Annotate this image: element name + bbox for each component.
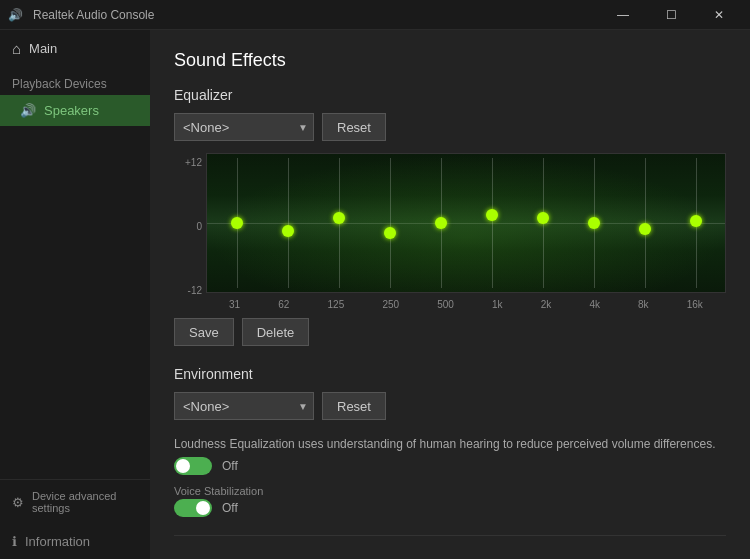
eq-slider-4[interactable] bbox=[415, 154, 466, 292]
voice-stabilization-knob bbox=[196, 501, 210, 515]
environment-section: Environment <None> ▼ Reset bbox=[174, 366, 726, 420]
sidebar: ⌂ Main Playback Devices 🔊 Speakers ⚙ Dev… bbox=[0, 30, 150, 559]
sound-effects-title: Sound Effects bbox=[174, 50, 726, 71]
eq-sliders-row bbox=[207, 154, 725, 292]
environment-preset-wrapper: <None> ▼ bbox=[174, 392, 314, 420]
loudness-toggle-row: Off bbox=[174, 457, 726, 475]
divider-1 bbox=[174, 535, 726, 536]
sidebar-item-speakers[interactable]: 🔊 Speakers bbox=[0, 95, 150, 126]
titlebar-title: Realtek Audio Console bbox=[29, 8, 600, 22]
environment-reset-button[interactable]: Reset bbox=[322, 392, 386, 420]
eq-slider-2[interactable] bbox=[313, 154, 364, 292]
eq-slider-8[interactable] bbox=[619, 154, 670, 292]
eq-slider-3[interactable] bbox=[364, 154, 415, 292]
eq-slider-9[interactable] bbox=[670, 154, 721, 292]
eq-slider-7[interactable] bbox=[568, 154, 619, 292]
equalizer-graph bbox=[206, 153, 726, 293]
maximize-button[interactable]: ☐ bbox=[648, 0, 694, 30]
eq-x-label-9: 16k bbox=[687, 299, 703, 310]
equalizer-delete-button[interactable]: Delete bbox=[242, 318, 310, 346]
minimize-button[interactable]: — bbox=[600, 0, 646, 30]
eq-thumb-7[interactable] bbox=[588, 217, 600, 229]
sidebar-main-label: Main bbox=[29, 41, 57, 56]
home-icon: ⌂ bbox=[12, 40, 21, 57]
eq-thumb-3[interactable] bbox=[384, 227, 396, 239]
loudness-description: Loudness Equalization uses understanding… bbox=[174, 436, 726, 453]
eq-thumb-4[interactable] bbox=[435, 217, 447, 229]
gear-icon: ⚙ bbox=[12, 495, 24, 510]
eq-thumb-8[interactable] bbox=[639, 223, 651, 235]
equalizer-save-button[interactable]: Save bbox=[174, 318, 234, 346]
equalizer-preset-select[interactable]: <None> bbox=[174, 113, 314, 141]
eq-x-label-6: 2k bbox=[541, 299, 552, 310]
eq-y-label-mid: 0 bbox=[174, 221, 202, 232]
eq-track-3 bbox=[390, 158, 391, 288]
eq-x-label-5: 1k bbox=[492, 299, 503, 310]
eq-x-label-1: 62 bbox=[278, 299, 289, 310]
eq-x-labels: 31 62 125 250 500 1k 2k 4k 8k 16k bbox=[206, 297, 726, 318]
sidebar-item-device-advanced[interactable]: ⚙ Device advanced settings bbox=[0, 480, 150, 524]
default-format-section: Default Format Select the sample rate an… bbox=[174, 552, 726, 559]
eq-x-label-2: 125 bbox=[328, 299, 345, 310]
sidebar-item-main[interactable]: ⌂ Main bbox=[0, 30, 150, 67]
sidebar-information-label: Information bbox=[25, 534, 90, 549]
speaker-icon: 🔊 bbox=[20, 103, 36, 118]
main-content: Sound Effects Equalizer <None> ▼ Reset +… bbox=[150, 30, 750, 559]
info-icon: ℹ bbox=[12, 534, 17, 549]
eq-slider-0[interactable] bbox=[211, 154, 262, 292]
equalizer-reset-button[interactable]: Reset bbox=[322, 113, 386, 141]
app-icon: 🔊 bbox=[8, 8, 23, 22]
eq-track-5 bbox=[492, 158, 493, 288]
loudness-status: Off bbox=[222, 459, 238, 473]
sidebar-bottom: ⚙ Device advanced settings ℹ Information bbox=[0, 479, 150, 559]
eq-slider-1[interactable] bbox=[262, 154, 313, 292]
equalizer-preset-wrapper: <None> ▼ bbox=[174, 113, 314, 141]
close-button[interactable]: ✕ bbox=[696, 0, 742, 30]
eq-x-label-8: 8k bbox=[638, 299, 649, 310]
loudness-section: Loudness Equalization uses understanding… bbox=[174, 436, 726, 475]
eq-slider-5[interactable] bbox=[466, 154, 517, 292]
eq-x-label-7: 4k bbox=[589, 299, 600, 310]
app-body: ⌂ Main Playback Devices 🔊 Speakers ⚙ Dev… bbox=[0, 30, 750, 559]
eq-thumb-2[interactable] bbox=[333, 212, 345, 224]
sidebar-item-information[interactable]: ℹ Information bbox=[0, 524, 150, 559]
titlebar-controls: — ☐ ✕ bbox=[600, 0, 742, 30]
eq-thumb-9[interactable] bbox=[690, 215, 702, 227]
eq-x-label-3: 250 bbox=[382, 299, 399, 310]
equalizer-graph-container: +12 0 -12 bbox=[174, 153, 726, 318]
loudness-toggle[interactable] bbox=[174, 457, 212, 475]
environment-controls-row: <None> ▼ Reset bbox=[174, 392, 726, 420]
eq-track-1 bbox=[288, 158, 289, 288]
eq-slider-6[interactable] bbox=[517, 154, 568, 292]
voice-stabilization-toggle[interactable] bbox=[174, 499, 212, 517]
voice-stabilization-section: Voice Stabilization Off bbox=[174, 485, 726, 517]
eq-save-delete-row: Save Delete bbox=[174, 318, 726, 346]
eq-y-label-bot: -12 bbox=[174, 285, 202, 296]
loudness-toggle-knob bbox=[176, 459, 190, 473]
voice-stabilization-label: Voice Stabilization bbox=[174, 485, 726, 497]
environment-label: Environment bbox=[174, 366, 726, 382]
environment-preset-select[interactable]: <None> bbox=[174, 392, 314, 420]
voice-stabilization-status: Off bbox=[222, 501, 238, 515]
sidebar-device-advanced-label: Device advanced settings bbox=[32, 490, 138, 514]
eq-thumb-6[interactable] bbox=[537, 212, 549, 224]
sidebar-speakers-label: Speakers bbox=[44, 103, 99, 118]
eq-y-label-top: +12 bbox=[174, 157, 202, 168]
sidebar-section-playback: Playback Devices bbox=[0, 67, 150, 95]
voice-stabilization-toggle-row: Off bbox=[174, 499, 726, 517]
eq-x-label-4: 500 bbox=[437, 299, 454, 310]
equalizer-label: Equalizer bbox=[174, 87, 726, 103]
equalizer-controls-row: <None> ▼ Reset bbox=[174, 113, 726, 141]
titlebar: 🔊 Realtek Audio Console — ☐ ✕ bbox=[0, 0, 750, 30]
eq-thumb-1[interactable] bbox=[282, 225, 294, 237]
eq-thumb-0[interactable] bbox=[231, 217, 243, 229]
eq-thumb-5[interactable] bbox=[486, 209, 498, 221]
eq-x-label-0: 31 bbox=[229, 299, 240, 310]
